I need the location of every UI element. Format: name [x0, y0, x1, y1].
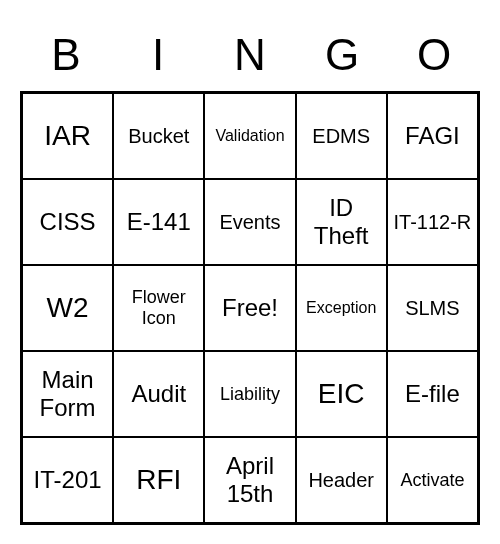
bingo-cell[interactable]: IT-112-R: [387, 179, 478, 265]
bingo-cell[interactable]: E-file: [387, 351, 478, 437]
bingo-cell[interactable]: EIC: [296, 351, 387, 437]
bingo-cell[interactable]: Header: [296, 437, 387, 523]
bingo-cell[interactable]: IAR: [22, 93, 113, 179]
header-letter-o: O: [388, 19, 480, 91]
bingo-cell[interactable]: Flower Icon: [113, 265, 204, 351]
bingo-card: B I N G O IAR Bucket Validation EDMS FAG…: [20, 19, 480, 525]
bingo-cell[interactable]: April 15th: [204, 437, 295, 523]
header-letter-g: G: [296, 19, 388, 91]
bingo-cell-free[interactable]: Free!: [204, 265, 295, 351]
bingo-cell[interactable]: Validation: [204, 93, 295, 179]
bingo-cell[interactable]: Bucket: [113, 93, 204, 179]
bingo-cell[interactable]: Audit: [113, 351, 204, 437]
bingo-cell[interactable]: FAGI: [387, 93, 478, 179]
bingo-cell[interactable]: Activate: [387, 437, 478, 523]
bingo-header-row: B I N G O: [20, 19, 480, 91]
bingo-cell[interactable]: SLMS: [387, 265, 478, 351]
header-letter-i: I: [112, 19, 204, 91]
bingo-cell[interactable]: IT-201: [22, 437, 113, 523]
bingo-grid: IAR Bucket Validation EDMS FAGI CISS E-1…: [20, 91, 480, 525]
bingo-cell[interactable]: Exception: [296, 265, 387, 351]
bingo-cell[interactable]: W2: [22, 265, 113, 351]
bingo-cell[interactable]: Liability: [204, 351, 295, 437]
bingo-cell[interactable]: EDMS: [296, 93, 387, 179]
header-letter-n: N: [204, 19, 296, 91]
bingo-cell[interactable]: E-141: [113, 179, 204, 265]
header-letter-b: B: [20, 19, 112, 91]
bingo-cell[interactable]: Main Form: [22, 351, 113, 437]
bingo-cell[interactable]: CISS: [22, 179, 113, 265]
bingo-cell[interactable]: RFI: [113, 437, 204, 523]
bingo-cell[interactable]: ID Theft: [296, 179, 387, 265]
bingo-cell[interactable]: Events: [204, 179, 295, 265]
